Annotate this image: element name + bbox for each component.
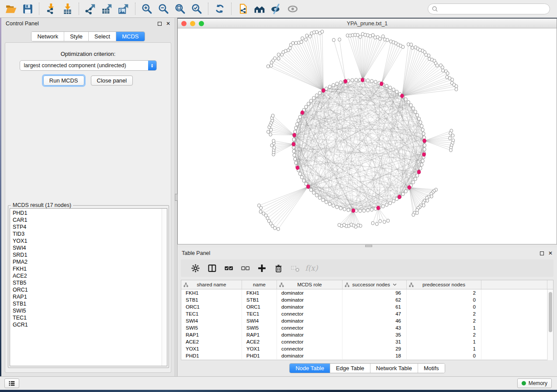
select-all-button[interactable] [220,261,237,275]
table-row[interactable]: STB1STB1dominator620 [181,296,553,303]
toolbar-separator [39,3,39,15]
mcds-result-item[interactable]: TID3 [13,230,162,237]
search-input[interactable] [440,6,546,12]
criterion-dropdown[interactable]: largest connected component (undirected)… [20,60,157,71]
table-body: FKH1FKH1dominator962STB1STB1dominator620… [181,289,553,360]
search-box[interactable] [428,3,550,14]
tab-mcds[interactable]: MCDS [116,32,144,41]
mcds-result-item[interactable]: CAR1 [13,217,162,224]
control-panel-titlebar: Control Panel ✕ [1,18,175,29]
table-cell: connector [277,310,343,317]
column-header-MCDS-role[interactable]: MCDS role [277,280,343,289]
table-row[interactable]: FKH1FKH1dominator962 [181,289,553,296]
zoom-selected-button[interactable] [188,1,205,16]
column-label: name [253,282,266,287]
table-scrollbar[interactable] [547,289,553,360]
import-network-button[interactable] [42,1,59,16]
network-window-titlebar[interactable]: YPA_prune.txt_1 [178,19,557,28]
table-cell: dominator [277,331,343,338]
mcds-result-item[interactable]: YOX1 [13,237,162,244]
hide-selected-button[interactable] [268,1,284,16]
mcds-list-scrollbar[interactable] [162,209,167,366]
mcds-result-item[interactable]: GCR1 [13,321,162,328]
export-image-button[interactable] [115,1,132,16]
mcds-result-item[interactable]: ORC1 [13,286,162,293]
column-header-filler [481,280,547,289]
zoom-fit-button[interactable] [172,1,188,16]
mcds-result-item[interactable]: PMA2 [13,258,162,265]
node-table: shared namenameMCDS rolesuccessor nodesp… [181,280,554,360]
horizontal-splitter[interactable] [177,244,557,248]
mcds-result-item[interactable]: SWI5 [13,307,162,314]
table-row[interactable]: SWI4SWI4dominator462 [181,317,553,324]
table-cell: 2 [407,310,481,317]
mcds-result-item[interactable]: STB1 [13,300,162,307]
export-network-button[interactable] [82,1,99,16]
mcds-result-item[interactable]: STB5 [13,279,162,286]
column-header-successor-nodes[interactable]: successor nodes [343,280,407,289]
column-header-name[interactable]: name [242,280,277,289]
mcds-result-item[interactable]: SRD1 [13,251,162,258]
mcds-result-item[interactable]: TEC1 [13,314,162,321]
zoom-in-button[interactable] [138,1,155,16]
table-tab-motifs[interactable]: Motifs [418,364,445,373]
import-table-button[interactable] [59,1,76,16]
task-history-button[interactable] [4,378,19,388]
show-columns-button[interactable] [204,261,220,275]
first-neighbors-button[interactable] [251,1,268,16]
table-row[interactable]: YOX1YOX1connector291 [181,345,553,352]
refresh-button[interactable] [211,1,228,16]
mcds-result-item[interactable]: PHD1 [13,210,162,217]
window-maximize-icon[interactable] [199,21,204,26]
zoom-in-icon [141,3,152,14]
window-minimize-icon[interactable] [190,21,195,26]
table-row[interactable]: ORC1ORC1dominator610 [181,303,553,310]
float-table-panel-icon[interactable] [540,251,544,255]
table-panel: Table Panel ✕ f(x) shared namenameMCDS r… [177,248,557,376]
horizontal-splitter-handle[interactable] [365,245,372,247]
network-view[interactable] [178,28,557,244]
network-column-icon [409,282,414,287]
float-panel-icon[interactable] [158,22,162,26]
toolbar-separator [208,3,208,15]
sort-desc-icon [393,283,397,286]
table-row[interactable]: TEC1TEC1connector472 [181,310,553,317]
table-tab-node-table[interactable]: Node Table [290,364,330,373]
table-row[interactable]: ACE2ACE2connector311 [181,338,553,345]
save-session-button[interactable] [19,1,36,16]
table-tab-edge-table[interactable]: Edge Table [330,364,370,373]
close-panel-button[interactable]: Close panel [91,76,133,86]
mcds-result-list[interactable]: PHD1CAR1STP4TID3YOX1SWI4SRD1PMA2FKH1ACE2… [10,208,167,366]
table-settings-button[interactable] [187,261,204,275]
show-all-disabled-button [284,1,301,16]
open-session-button[interactable] [3,1,19,16]
table-tab-network-table[interactable]: Network Table [370,364,418,373]
tab-select[interactable]: Select [89,32,116,41]
table-cell: connector [277,324,343,331]
zoom-out-button[interactable] [155,1,172,16]
share-document-button[interactable] [235,1,251,16]
mcds-result-item[interactable]: STP4 [13,224,162,230]
table-row[interactable]: PHD1PHD1dominator180 [181,352,553,359]
mcds-result-item[interactable]: ACE2 [13,272,162,279]
close-table-panel-icon[interactable]: ✕ [548,251,553,256]
delete-column-button[interactable] [270,261,287,275]
mcds-tab-content: Optimization criterion: largest connecte… [5,42,171,373]
tab-network[interactable]: Network [31,32,64,41]
export-table-button[interactable] [99,1,115,16]
close-panel-icon[interactable]: ✕ [166,21,170,26]
table-row[interactable]: SWI5SWI5connector431 [181,324,553,331]
column-header-predecessor-nodes[interactable]: predecessor nodes [407,280,481,289]
mcds-result-item[interactable]: SWI4 [13,244,162,251]
deselect-all-button[interactable] [237,261,253,275]
table-scrollbar-thumb[interactable] [549,292,552,332]
add-column-button[interactable] [253,261,270,275]
mcds-result-item[interactable]: RAP1 [13,293,162,300]
memory-button[interactable]: Memory [517,378,552,388]
table-row[interactable]: RAP1RAP1dominator352 [181,331,553,338]
mcds-result-item[interactable]: FKH1 [13,265,162,272]
run-mcds-button[interactable]: Run MCDS [43,76,84,86]
column-header-shared-name[interactable]: shared name [181,280,242,289]
window-close-icon[interactable] [181,21,187,26]
tab-style[interactable]: Style [64,32,89,41]
